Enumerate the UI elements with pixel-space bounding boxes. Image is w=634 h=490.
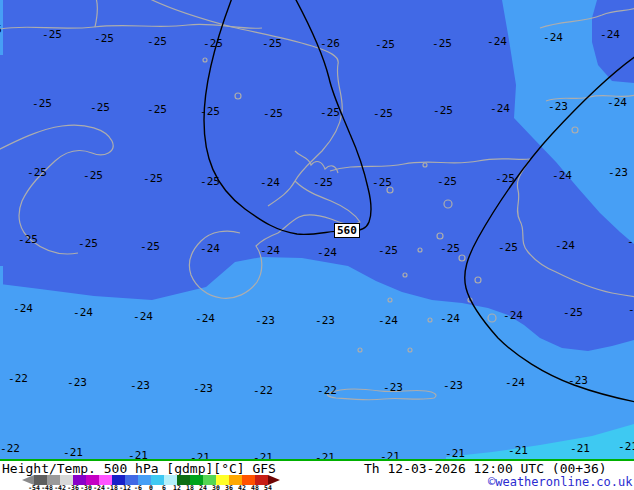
colorbar-tick: 12 <box>173 484 181 490</box>
temp-label: -24 <box>503 309 523 322</box>
temp-label: -25 <box>437 175 457 188</box>
temp-label: -24 <box>200 242 220 255</box>
colorbar-tick: -36 <box>67 484 79 490</box>
temp-label: -25 <box>203 37 223 50</box>
colorbar-tick: -54 <box>28 484 40 490</box>
temp-label: -23 <box>383 381 403 394</box>
colorbar-tick: 18 <box>186 484 194 490</box>
colorbar-tick: -12 <box>119 484 131 490</box>
temp-label: -25 <box>378 244 398 257</box>
colorbar-tick: 36 <box>225 484 233 490</box>
colorbar-tick: 0 <box>149 484 153 490</box>
temp-label: -24 <box>628 303 634 316</box>
temp-label: -25 <box>147 103 167 116</box>
copyright-link[interactable]: ©weatheronline.co.uk <box>488 475 633 489</box>
temp-label: -23 <box>255 314 275 327</box>
colorbar-tick: -42 <box>54 484 66 490</box>
temp-label: -24 <box>555 239 575 252</box>
temp-label: -25 <box>433 104 453 117</box>
temp-label: -21 <box>63 446 83 459</box>
temp-label: -25 <box>42 28 62 41</box>
temp-label: -25 <box>373 107 393 120</box>
temp-label: -25 <box>495 172 515 185</box>
temp-label: -22 <box>8 372 28 385</box>
temp-label: -23 <box>548 100 568 113</box>
temp-label: -24 <box>378 314 398 327</box>
weather-map-app: -25-25-25-25-25-25-26-25-25-24-24-24-25-… <box>0 0 634 490</box>
colorbar-tick: 48 <box>251 484 259 490</box>
temp-label: -24 <box>490 102 510 115</box>
temp-label: -25 <box>78 237 98 250</box>
temp-label: -23 <box>130 379 150 392</box>
temp-label: -24 <box>543 31 563 44</box>
temp-label: -25 <box>432 37 452 50</box>
temp-label: -24 <box>627 235 634 248</box>
temp-label: -25 <box>563 306 583 319</box>
contour-label-560: 560 <box>334 223 360 238</box>
temp-label: -24 <box>552 169 572 182</box>
temp-label: -24 <box>73 306 93 319</box>
legend-datetime: Th 12-03-2026 12:00 UTC (00+36) <box>364 461 607 476</box>
zone-mild-left-sliver-bottom <box>0 266 3 300</box>
temp-label: -22 <box>317 384 337 397</box>
temp-label: -22 <box>0 442 20 455</box>
colorbar-tick: 30 <box>212 484 220 490</box>
temp-label: -24 <box>317 246 337 259</box>
temp-label: -23 <box>193 382 213 395</box>
legend-title: Height/Temp. 500 hPa [gdmp][°C] GFS <box>2 461 276 476</box>
temp-label: -21 <box>570 442 590 455</box>
map-canvas: -25-25-25-25-25-25-26-25-25-24-24-24-25-… <box>0 0 634 461</box>
colorbar-tick: -24 <box>93 484 105 490</box>
temp-label: -25 <box>200 105 220 118</box>
colorbar-tick: -30 <box>80 484 92 490</box>
colorbar-tick: -18 <box>106 484 118 490</box>
temp-label: -23 <box>443 379 463 392</box>
temp-label: -25 <box>320 106 340 119</box>
temp-label: -25 <box>32 97 52 110</box>
colorbar-tick-labels: -54-48-42-36-30-24-18-12-606121824303642… <box>0 484 300 490</box>
temp-label: -22 <box>253 384 273 397</box>
colorbar-tick: 6 <box>162 484 166 490</box>
temp-label: -24 <box>133 310 153 323</box>
temp-label: -25 <box>440 242 460 255</box>
temp-label: -23 <box>608 166 628 179</box>
temp-label: -24 <box>260 176 280 189</box>
temp-label: -24 <box>440 312 460 325</box>
temp-label: -24 <box>607 96 627 109</box>
temp-label: -24 <box>600 28 620 41</box>
temp-label: -24 <box>13 302 33 315</box>
colorbar-tick: 42 <box>238 484 246 490</box>
temp-label: -25 <box>498 241 518 254</box>
colorbar-tick: -48 <box>41 484 53 490</box>
colorbar-tick: 24 <box>199 484 207 490</box>
temp-label: -25 <box>200 175 220 188</box>
temp-label: -25 <box>140 240 160 253</box>
temp-label: -25 <box>27 166 47 179</box>
temp-label: -26 <box>320 37 340 50</box>
temp-label: -21 <box>618 440 634 453</box>
legend-bar: Height/Temp. 500 hPa [gdmp][°C] GFS Th 1… <box>0 459 634 490</box>
temp-label: -25 <box>372 176 392 189</box>
temp-label: -21 <box>445 447 465 460</box>
temp-label: -23 <box>315 314 335 327</box>
temp-label: -25 <box>375 38 395 51</box>
temp-label: -25 <box>262 37 282 50</box>
temp-label: -25 <box>263 107 283 120</box>
temp-label: -25 <box>143 172 163 185</box>
temp-label: -25 <box>0 23 2 36</box>
temp-label: -25 <box>147 35 167 48</box>
temp-label: -21 <box>508 444 528 457</box>
temp-label: -25 <box>313 176 333 189</box>
temp-label: -23 <box>67 376 87 389</box>
temp-label: -25 <box>90 101 110 114</box>
temp-label: -24 <box>505 376 525 389</box>
colorbar-tick: -6 <box>134 484 142 490</box>
temp-label: -25 <box>94 32 114 45</box>
temp-label: -23 <box>568 374 588 387</box>
temp-label: -25 <box>83 169 103 182</box>
temp-label: -24 <box>487 35 507 48</box>
temp-label: -24 <box>260 244 280 257</box>
colorbar-tick: 54 <box>264 484 272 490</box>
temp-label: -24 <box>195 312 215 325</box>
temp-label: -25 <box>18 233 38 246</box>
